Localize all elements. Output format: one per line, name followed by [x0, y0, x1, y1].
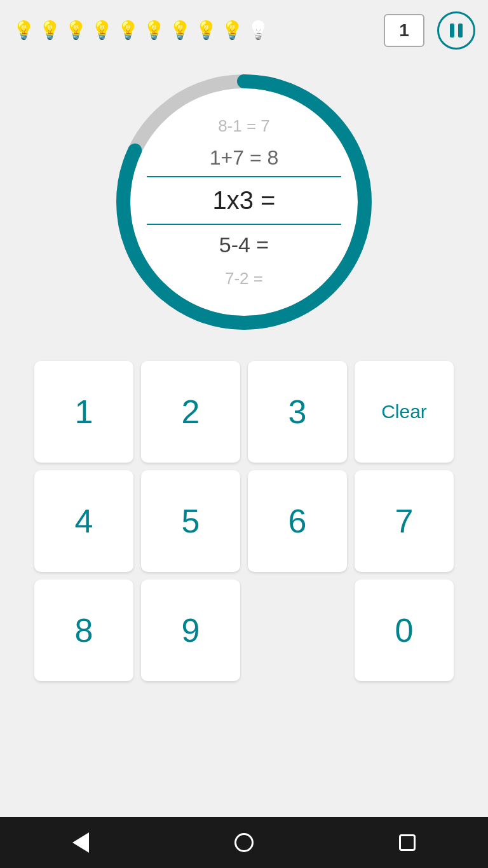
home-icon	[234, 833, 254, 852]
score-value: 1	[399, 20, 409, 41]
nav-home-button[interactable]	[234, 833, 254, 852]
bulb-5: 💡	[117, 22, 139, 39]
key-8-button[interactable]: 8	[34, 580, 133, 681]
nav-back-button[interactable]	[72, 832, 89, 853]
bulb-10: 💡	[247, 22, 269, 39]
divider-bottom	[147, 224, 341, 225]
equation-next: 5-4 =	[136, 226, 352, 264]
key-0-button[interactable]: 0	[355, 580, 454, 681]
bulb-3: 💡	[65, 22, 87, 39]
nav-recents-button[interactable]	[399, 834, 416, 851]
key-9-button[interactable]: 9	[141, 580, 240, 681]
navigation-bar	[0, 817, 488, 868]
equation-future: 7-2 =	[136, 264, 352, 294]
pause-button[interactable]	[437, 11, 475, 50]
bulb-9: 💡	[221, 22, 243, 39]
key-6-button[interactable]: 6	[248, 470, 347, 572]
equations-container: 8-1 = 7 1+7 = 8 1x3 = 5-4 = 7-2 =	[136, 94, 352, 310]
back-icon	[72, 832, 89, 853]
timer-circle-area: 8-1 = 7 1+7 = 8 1x3 = 5-4 = 7-2 =	[0, 56, 488, 355]
key-2-button[interactable]: 2	[141, 361, 240, 463]
key-7-button[interactable]: 7	[355, 470, 454, 572]
key-5-button[interactable]: 5	[141, 470, 240, 572]
bulb-8: 💡	[195, 22, 217, 39]
divider-top	[147, 176, 341, 177]
top-bar: 💡 💡 💡 💡 💡 💡 💡 💡 💡 💡 1	[0, 0, 488, 56]
bulbs-container: 💡 💡 💡 💡 💡 💡 💡 💡 💡 💡	[13, 22, 384, 39]
recents-icon	[399, 834, 416, 851]
bulb-6: 💡	[143, 22, 165, 39]
circle-container: 8-1 = 7 1+7 = 8 1x3 = 5-4 = 7-2 =	[111, 69, 377, 336]
keypad: 1 2 3 Clear 4 5 6 7 8 9 0	[34, 361, 454, 681]
equation-active: 1x3 =	[136, 179, 352, 222]
keypad-area: 1 2 3 Clear 4 5 6 7 8 9 0	[0, 355, 488, 817]
pause-icon	[450, 24, 463, 37]
bulb-2: 💡	[39, 22, 61, 39]
bulb-1: 💡	[13, 22, 35, 39]
bulb-7: 💡	[169, 22, 191, 39]
key-4-button[interactable]: 4	[34, 470, 133, 572]
equation-past: 8-1 = 7	[136, 111, 352, 141]
equation-recent: 1+7 = 8	[136, 141, 352, 175]
score-display: 1	[384, 14, 424, 47]
bulb-4: 💡	[91, 22, 113, 39]
clear-button[interactable]: Clear	[355, 361, 454, 463]
key-1-button[interactable]: 1	[34, 361, 133, 463]
key-3-button[interactable]: 3	[248, 361, 347, 463]
